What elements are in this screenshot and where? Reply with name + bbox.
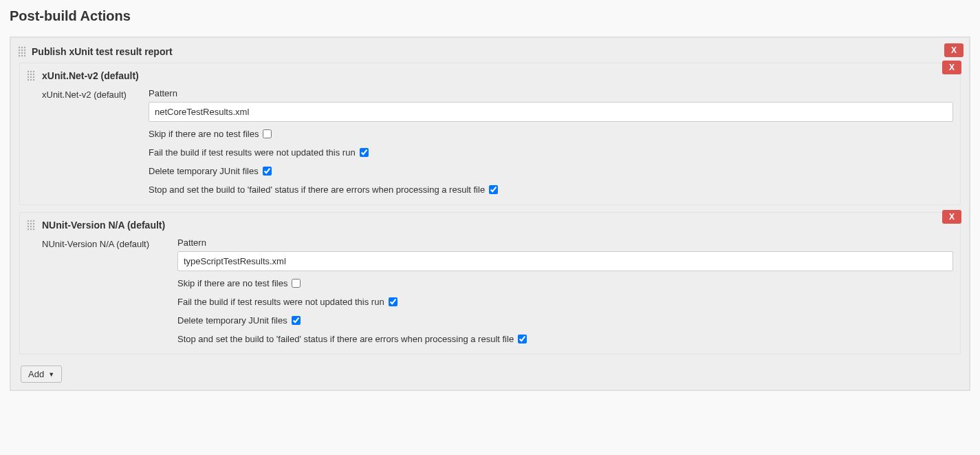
add-tool-button[interactable]: Add ▼ [21, 366, 62, 383]
stop-on-error-label: Stop and set the build to 'failed' statu… [149, 184, 485, 195]
tool-header: xUnit.Net-v2 (default) [42, 70, 953, 81]
svg-point-5 [24, 50, 25, 51]
svg-point-14 [28, 71, 29, 72]
caret-down-icon: ▼ [48, 371, 54, 378]
pattern-label: Pattern [149, 88, 953, 98]
svg-point-6 [19, 52, 20, 54]
svg-point-36 [30, 229, 32, 230]
svg-point-17 [28, 74, 29, 75]
fail-not-updated-label: Fail the build if test results were not … [149, 147, 356, 158]
drag-handle-icon[interactable] [27, 70, 35, 81]
stop-on-error-checkbox[interactable] [518, 335, 527, 343]
svg-point-31 [33, 223, 34, 224]
drag-handle-icon[interactable] [18, 46, 26, 57]
svg-point-20 [28, 76, 29, 78]
skip-no-files-checkbox[interactable] [292, 279, 301, 288]
stop-on-error-checkbox[interactable] [489, 185, 498, 194]
drag-handle-icon[interactable] [27, 220, 35, 231]
svg-point-0 [19, 47, 20, 48]
svg-point-2 [24, 47, 25, 48]
svg-point-37 [33, 229, 34, 230]
svg-point-25 [33, 79, 34, 81]
delete-junit-label: Delete temporary JUnit files [149, 166, 259, 176]
svg-point-1 [21, 47, 23, 48]
svg-point-16 [33, 71, 34, 72]
svg-point-10 [21, 55, 23, 56]
pattern-label: Pattern [177, 237, 953, 248]
svg-point-27 [30, 220, 32, 222]
section-title: Post-build Actions [10, 8, 970, 24]
svg-point-11 [24, 55, 25, 56]
svg-point-19 [33, 74, 34, 75]
post-build-panel: X Publish xUnit test result report ? X [10, 36, 970, 391]
svg-point-32 [28, 226, 29, 227]
skip-no-files-checkbox[interactable] [263, 129, 272, 138]
delete-junit-checkbox[interactable] [263, 167, 272, 176]
svg-point-22 [33, 76, 34, 78]
pattern-input[interactable] [149, 102, 953, 122]
svg-point-18 [30, 74, 32, 75]
fail-not-updated-label: Fail the build if test results were not … [177, 297, 384, 307]
svg-point-7 [21, 52, 23, 54]
svg-point-4 [21, 50, 23, 51]
svg-point-34 [33, 226, 34, 227]
tool-row-label: NUnit-Version N/A (default) [42, 237, 177, 344]
add-button-label: Add [28, 369, 44, 379]
svg-point-26 [28, 220, 29, 222]
action-title: Publish xUnit test result report [32, 46, 173, 57]
svg-point-35 [28, 229, 29, 230]
fail-not-updated-checkbox[interactable] [360, 148, 369, 157]
svg-point-24 [30, 79, 32, 81]
fail-not-updated-checkbox[interactable] [389, 297, 398, 306]
pattern-input[interactable] [177, 251, 953, 271]
stop-on-error-label: Stop and set the build to 'failed' statu… [177, 334, 514, 344]
svg-point-3 [19, 50, 20, 51]
svg-point-23 [28, 79, 29, 81]
delete-junit-label: Delete temporary JUnit files [177, 315, 287, 326]
svg-point-21 [30, 76, 32, 78]
svg-point-30 [30, 223, 32, 224]
svg-point-33 [30, 226, 32, 227]
publish-xunit-action: X Publish xUnit test result report ? X [10, 37, 970, 390]
tool-header: NUnit-Version N/A (default) [42, 220, 953, 231]
skip-no-files-label: Skip if there are no test files [177, 278, 287, 288]
tool-row-label: xUnit.Net-v2 (default) [42, 88, 149, 195]
svg-point-29 [28, 223, 29, 224]
svg-point-28 [33, 220, 34, 222]
svg-point-8 [24, 52, 25, 54]
svg-point-9 [19, 55, 20, 56]
svg-point-15 [30, 71, 32, 72]
delete-junit-checkbox[interactable] [292, 316, 301, 325]
tool-nunit: X NUnit-Version N/A (default) NUnit-Vers… [19, 212, 961, 355]
tool-xunit-net-v2: X xUnit.Net-v2 (default) xUnit.Net-v2 (d… [19, 63, 961, 205]
skip-no-files-label: Skip if there are no test files [149, 129, 259, 139]
